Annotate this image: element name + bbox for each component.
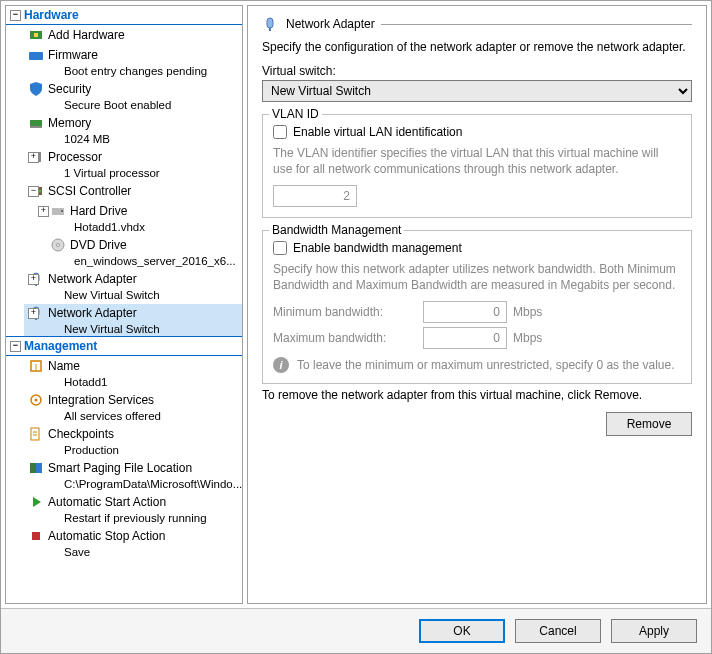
svg-rect-24 xyxy=(32,532,40,540)
svg-rect-23 xyxy=(36,463,42,473)
hard-drive-file: Hotadd1.vhdx xyxy=(24,220,242,234)
vlan-checkbox-label: Enable virtual LAN identification xyxy=(293,125,462,139)
max-bandwidth-label: Maximum bandwidth: xyxy=(273,331,423,345)
bandwidth-group: Bandwidth Management Enable bandwidth ma… xyxy=(262,230,692,384)
checkpoints-icon xyxy=(28,426,44,442)
max-bandwidth-row: Maximum bandwidth: Mbps xyxy=(273,327,681,349)
detail-panel: Network Adapter Specify the configuratio… xyxy=(247,5,707,604)
tree-item-paging[interactable]: Smart Paging File Location C:\ProgramDat… xyxy=(6,458,242,492)
firmware-icon xyxy=(28,47,44,63)
svg-rect-21 xyxy=(31,428,39,440)
integration-status: All services offered xyxy=(24,409,242,423)
collapse-icon[interactable]: − xyxy=(28,186,39,197)
network-2-switch: New Virtual Switch xyxy=(24,322,242,336)
tree-item-checkpoints[interactable]: Checkpoints Production xyxy=(6,424,242,458)
network-adapter-icon xyxy=(262,16,278,32)
svg-point-20 xyxy=(35,399,38,402)
tree-item-security[interactable]: Security Secure Boot enabled xyxy=(6,79,242,113)
auto-start-value: Restart if previously running xyxy=(24,511,242,525)
management-section-header[interactable]: − Management xyxy=(6,336,242,356)
tree-item-hard-drive[interactable]: + Hard Drive Hotadd1.vhdx xyxy=(6,201,242,235)
cancel-button[interactable]: Cancel xyxy=(515,619,601,643)
settings-body: − Hardware Add Hardware Firmware xyxy=(1,1,711,608)
tree-item-auto-stop[interactable]: Automatic Stop Action Save xyxy=(6,526,242,560)
vlan-enable-checkbox[interactable] xyxy=(273,125,287,139)
virtual-switch-select[interactable]: New Virtual Switch xyxy=(262,80,692,102)
svg-point-10 xyxy=(61,210,63,212)
bandwidth-checkbox-row[interactable]: Enable bandwidth management xyxy=(273,241,681,255)
svg-point-12 xyxy=(57,244,60,247)
vlan-help-text: The VLAN identifier specifies the virtua… xyxy=(273,145,681,177)
min-bandwidth-input xyxy=(423,301,507,323)
hard-drive-icon xyxy=(50,203,66,219)
add-hardware-icon xyxy=(28,27,44,43)
paging-path: C:\ProgramData\Microsoft\Windo... xyxy=(24,477,242,491)
collapse-icon[interactable]: − xyxy=(10,341,21,352)
vlan-group: VLAN ID Enable virtual LAN identificatio… xyxy=(262,114,692,218)
tree-item-add-hardware[interactable]: Add Hardware xyxy=(6,25,242,45)
remove-button[interactable]: Remove xyxy=(606,412,692,436)
detail-title: Network Adapter xyxy=(286,17,375,31)
tree-item-name[interactable]: I Name Hotadd1 xyxy=(6,356,242,390)
expand-icon[interactable]: + xyxy=(28,274,39,285)
vm-settings-window: − Hardware Add Hardware Firmware xyxy=(0,0,712,654)
expand-icon[interactable]: + xyxy=(28,152,39,163)
collapse-icon[interactable]: − xyxy=(10,10,21,21)
auto-stop-value: Save xyxy=(24,545,242,559)
vlan-checkbox-row[interactable]: Enable virtual LAN identification xyxy=(273,125,681,139)
bandwidth-enable-checkbox[interactable] xyxy=(273,241,287,255)
tree-item-network-2[interactable]: + Network Adapter New Virtual Switch xyxy=(6,303,242,337)
tree-item-firmware[interactable]: Firmware Boot entry changes pending xyxy=(6,45,242,79)
vm-name-value: Hotadd1 xyxy=(24,375,242,389)
min-bandwidth-unit: Mbps xyxy=(513,305,542,319)
bandwidth-info-row: i To leave the minimum or maximum unrest… xyxy=(273,357,681,373)
detail-title-row: Network Adapter xyxy=(262,16,692,32)
auto-start-icon xyxy=(28,494,44,510)
firmware-status: Boot entry changes pending xyxy=(24,64,242,78)
expand-icon[interactable]: + xyxy=(38,206,49,217)
ok-button[interactable]: OK xyxy=(419,619,505,643)
dvd-icon xyxy=(50,237,66,253)
vswitch-label: Virtual switch: xyxy=(262,64,692,78)
svg-rect-22 xyxy=(30,463,36,473)
settings-tree[interactable]: − Hardware Add Hardware Firmware xyxy=(5,5,243,604)
bandwidth-legend: Bandwidth Management xyxy=(269,223,404,237)
expand-icon[interactable]: + xyxy=(28,308,39,319)
bandwidth-help-text: Specify how this network adapter utilize… xyxy=(273,261,681,293)
svg-rect-4 xyxy=(30,126,42,128)
bandwidth-checkbox-label: Enable bandwidth management xyxy=(293,241,462,255)
paging-icon xyxy=(28,460,44,476)
svg-rect-2 xyxy=(29,52,43,60)
tree-item-processor[interactable]: + Processor 1 Virtual processor xyxy=(6,147,242,181)
svg-rect-1 xyxy=(34,33,38,37)
integration-icon xyxy=(28,392,44,408)
apply-button[interactable]: Apply xyxy=(611,619,697,643)
bandwidth-info-text: To leave the minimum or maximum unrestri… xyxy=(297,358,674,372)
memory-icon xyxy=(28,115,44,131)
tree-item-network-1[interactable]: + Network Adapter New Virtual Switch xyxy=(6,269,242,303)
max-bandwidth-unit: Mbps xyxy=(513,331,542,345)
management-label: Management xyxy=(24,339,97,353)
tree-item-dvd[interactable]: DVD Drive en_windows_server_2016_x6... xyxy=(6,235,242,269)
tree-item-integration[interactable]: Integration Services All services offere… xyxy=(6,390,242,424)
checkpoints-mode: Production xyxy=(24,443,242,457)
tree-item-scsi[interactable]: − SCSI Controller xyxy=(6,181,242,201)
tree-item-memory[interactable]: Memory 1024 MB xyxy=(6,113,242,147)
title-divider xyxy=(381,24,692,25)
hardware-label: Hardware xyxy=(24,8,79,22)
max-bandwidth-input xyxy=(423,327,507,349)
processor-value: 1 Virtual processor xyxy=(24,166,242,180)
svg-text:I: I xyxy=(35,362,38,372)
auto-stop-icon xyxy=(28,528,44,544)
dialog-footer: OK Cancel Apply xyxy=(1,608,711,653)
min-bandwidth-label: Minimum bandwidth: xyxy=(273,305,423,319)
svg-rect-25 xyxy=(267,18,273,28)
svg-rect-26 xyxy=(269,28,271,31)
hardware-section-header[interactable]: − Hardware xyxy=(6,5,242,25)
security-status: Secure Boot enabled xyxy=(24,98,242,112)
svg-rect-3 xyxy=(30,120,42,126)
vlan-legend: VLAN ID xyxy=(269,107,322,121)
min-bandwidth-row: Minimum bandwidth: Mbps xyxy=(273,301,681,323)
network-1-switch: New Virtual Switch xyxy=(24,288,242,302)
tree-item-auto-start[interactable]: Automatic Start Action Restart if previo… xyxy=(6,492,242,526)
